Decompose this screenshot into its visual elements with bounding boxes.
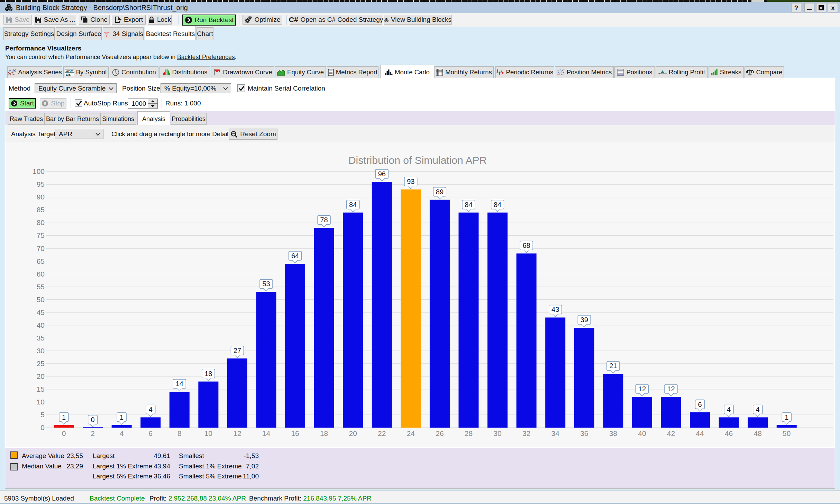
svg-text:10: 10 — [37, 398, 45, 406]
svg-text:70: 70 — [37, 244, 45, 252]
svg-text:4: 4 — [120, 429, 124, 437]
svg-text:60: 60 — [37, 270, 45, 278]
svg-text:84: 84 — [349, 201, 357, 208]
svg-text:4: 4 — [149, 405, 153, 413]
svg-text:1: 1 — [785, 413, 788, 421]
svg-text:85: 85 — [37, 206, 45, 214]
svg-text:80: 80 — [37, 218, 45, 226]
svg-text:5: 5 — [40, 411, 45, 419]
svg-text:100: 100 — [33, 167, 45, 175]
svg-text:50: 50 — [783, 429, 791, 437]
svg-text:38: 38 — [609, 429, 617, 437]
svg-text:55: 55 — [37, 283, 45, 291]
svg-text:40: 40 — [638, 429, 646, 437]
svg-text:4: 4 — [756, 405, 760, 413]
svg-text:0: 0 — [40, 423, 45, 431]
svg-text:12: 12 — [667, 385, 675, 393]
svg-text:84: 84 — [494, 201, 501, 208]
svg-text:18: 18 — [204, 370, 212, 377]
svg-text:32: 32 — [522, 429, 530, 437]
svg-text:93: 93 — [407, 178, 414, 185]
svg-text:95: 95 — [37, 180, 45, 188]
svg-text:90: 90 — [37, 193, 45, 201]
svg-text:46: 46 — [725, 429, 733, 437]
svg-text:6: 6 — [148, 429, 153, 437]
svg-text:4: 4 — [727, 405, 731, 413]
svg-text:40: 40 — [37, 321, 45, 329]
svg-text:14: 14 — [176, 380, 183, 388]
svg-text:18: 18 — [320, 429, 328, 437]
svg-text:45: 45 — [37, 308, 45, 316]
svg-text:50: 50 — [37, 296, 45, 304]
svg-text:65: 65 — [37, 257, 45, 265]
svg-text:53: 53 — [262, 280, 270, 288]
svg-text:43: 43 — [551, 306, 559, 313]
svg-text:24: 24 — [407, 429, 415, 437]
svg-text:44: 44 — [696, 429, 704, 437]
svg-text:20: 20 — [37, 372, 45, 380]
svg-text:68: 68 — [522, 242, 530, 249]
svg-text:12: 12 — [233, 429, 241, 437]
svg-text:20: 20 — [349, 429, 357, 437]
svg-text:64: 64 — [291, 252, 299, 260]
svg-text:21: 21 — [609, 362, 617, 370]
svg-text:89: 89 — [436, 188, 444, 196]
svg-text:48: 48 — [754, 429, 762, 437]
svg-text:25: 25 — [37, 360, 45, 367]
svg-text:35: 35 — [37, 334, 45, 342]
svg-text:6: 6 — [698, 401, 702, 408]
svg-text:34: 34 — [551, 429, 560, 437]
svg-text:Distribution of Simulation APR: Distribution of Simulation APR — [348, 155, 487, 166]
svg-text:1: 1 — [62, 413, 66, 421]
svg-text:26: 26 — [436, 429, 444, 437]
svg-text:DEF: DEF — [66, 72, 72, 76]
svg-text:12: 12 — [638, 385, 646, 393]
svg-text:42: 42 — [667, 429, 675, 437]
svg-text:75: 75 — [37, 231, 45, 239]
svg-text:39: 39 — [581, 316, 588, 324]
svg-text:2: 2 — [91, 429, 95, 437]
svg-text:8: 8 — [177, 429, 182, 437]
svg-text:84: 84 — [465, 201, 472, 208]
svg-text:28: 28 — [465, 429, 473, 437]
svg-text:1: 1 — [120, 413, 124, 421]
svg-text:96: 96 — [378, 170, 386, 178]
svg-text:0: 0 — [91, 416, 95, 423]
svg-text:78: 78 — [320, 216, 328, 224]
svg-text:30: 30 — [37, 347, 45, 355]
svg-text:22: 22 — [378, 429, 386, 437]
svg-text:10: 10 — [204, 429, 212, 437]
svg-text:16: 16 — [291, 429, 299, 437]
svg-text:0: 0 — [62, 429, 66, 437]
svg-text:15: 15 — [37, 385, 45, 393]
svg-text:36: 36 — [580, 429, 588, 437]
svg-text:27: 27 — [234, 347, 241, 354]
svg-text:14: 14 — [262, 429, 271, 437]
svg-text:30: 30 — [493, 429, 501, 437]
